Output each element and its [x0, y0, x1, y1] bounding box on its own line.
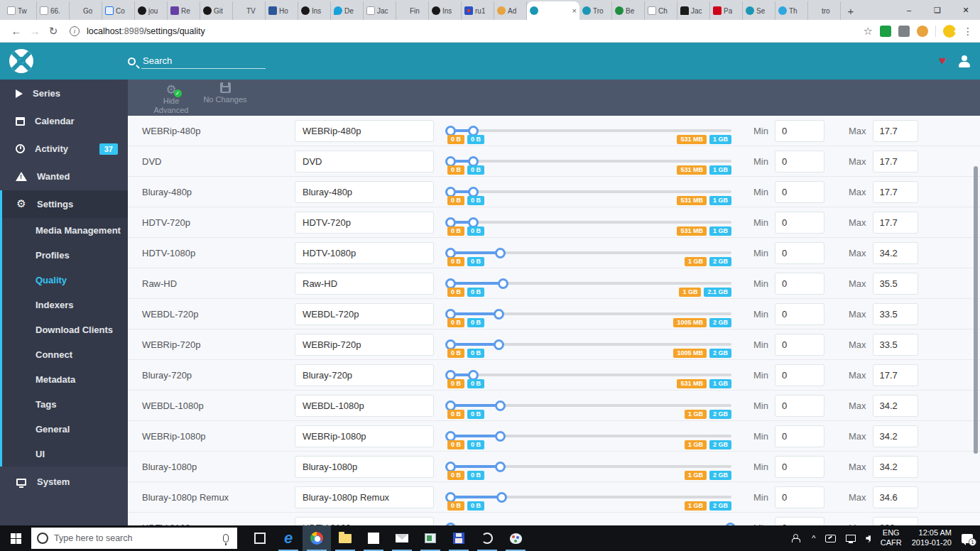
max-input[interactable] — [873, 151, 918, 173]
donate-heart-icon[interactable]: ♥ — [939, 54, 946, 68]
slider-max-handle[interactable] — [495, 400, 506, 411]
settings-subitem[interactable]: Profiles — [2, 243, 128, 268]
min-input[interactable] — [775, 303, 824, 325]
pacman-extension-icon[interactable] — [943, 25, 956, 38]
min-input[interactable] — [775, 242, 824, 264]
forward-button[interactable]: → — [26, 22, 44, 40]
settings-subitem[interactable]: Download Clients — [2, 317, 128, 342]
min-input[interactable] — [775, 334, 824, 356]
slider-max-handle[interactable] — [495, 431, 506, 442]
browser-tab[interactable]: Be — [612, 1, 645, 20]
quality-title-input[interactable] — [295, 242, 434, 264]
browser-tab[interactable]: TV — [233, 1, 266, 20]
browser-tab[interactable]: Se — [743, 1, 775, 20]
cookie-extension-icon[interactable] — [917, 26, 928, 37]
max-input[interactable] — [873, 273, 918, 295]
slider-max-handle[interactable] — [498, 278, 508, 289]
address-bar[interactable]: i localhost:8989/settings/quality — [67, 23, 727, 40]
browser-tab[interactable]: Go — [70, 1, 102, 20]
browser-tab[interactable]: Re — [168, 1, 200, 20]
extension-icon[interactable] — [898, 26, 910, 37]
quality-title-input[interactable] — [295, 181, 434, 203]
taskbar-app-button[interactable] — [331, 525, 359, 551]
language-indicator[interactable]: ENG CAFR — [881, 528, 902, 548]
max-input[interactable] — [873, 425, 918, 447]
no-changes-button[interactable]: No Changes — [203, 82, 247, 104]
slider-track[interactable] — [447, 221, 731, 224]
bookmark-star-icon[interactable]: ☆ — [864, 25, 873, 38]
slider-track[interactable] — [447, 190, 731, 193]
sidebar-item-system[interactable]: System — [0, 468, 128, 496]
settings-subitem[interactable]: Quality — [2, 268, 128, 293]
browser-tab[interactable]: Th — [775, 1, 808, 20]
hide-advanced-button[interactable]: ⚙✓ Hide Advanced — [149, 82, 193, 115]
quality-title-input[interactable] — [295, 517, 434, 526]
quality-title-input[interactable] — [295, 395, 434, 417]
max-input[interactable] — [873, 181, 918, 203]
browser-tab[interactable]: 66. — [37, 1, 70, 20]
sidebar-item[interactable]: Series — [0, 80, 128, 107]
min-input[interactable] — [775, 517, 824, 526]
taskbar-app-button[interactable] — [246, 525, 274, 551]
slider-max-handle[interactable] — [494, 339, 504, 350]
quality-title-input[interactable] — [295, 486, 434, 508]
slider-max-handle[interactable] — [494, 309, 504, 320]
max-input[interactable] — [873, 334, 918, 356]
browser-tab[interactable]: Ins — [298, 1, 331, 20]
max-input[interactable] — [873, 212, 918, 234]
browser-tab[interactable]: Jac — [364, 1, 396, 20]
browser-tab[interactable]: Jac — [677, 1, 710, 20]
taskbar-app-button[interactable] — [388, 525, 416, 551]
taskbar-search[interactable]: Type here to search — [31, 528, 237, 549]
browser-tab[interactable]: Tw — [4, 1, 37, 20]
minimize-button[interactable]: – — [895, 0, 923, 20]
taskbar-app-button[interactable]: e — [274, 525, 303, 551]
back-button[interactable]: ← — [7, 22, 26, 40]
browser-tab[interactable]: Git — [200, 1, 233, 20]
microphone-icon[interactable] — [223, 534, 229, 542]
settings-subitem[interactable]: General — [2, 417, 128, 442]
max-input[interactable] — [873, 242, 918, 264]
browser-tab[interactable]: Fin — [396, 1, 429, 20]
browser-menu-icon[interactable]: ⋮ — [963, 26, 973, 37]
sidebar-item[interactable]: Wanted — [0, 163, 128, 190]
max-input[interactable] — [873, 364, 918, 386]
refresh-button[interactable]: ↻ — [44, 22, 62, 40]
start-button[interactable] — [0, 525, 31, 551]
max-input[interactable] — [873, 517, 918, 526]
quality-title-input[interactable] — [295, 364, 434, 386]
min-input[interactable] — [775, 212, 824, 234]
slider-track[interactable] — [447, 373, 731, 376]
browser-tab[interactable]: ru1 — [462, 1, 494, 20]
quality-title-input[interactable] — [295, 303, 434, 325]
taskbar-app-button[interactable] — [473, 525, 501, 551]
browser-tab[interactable]: Ad — [494, 1, 527, 20]
browser-tab[interactable]: × — [527, 1, 579, 20]
browser-tab[interactable]: Ch — [645, 1, 677, 20]
max-input[interactable] — [873, 120, 918, 142]
tab-close-icon[interactable]: × — [572, 6, 577, 15]
tray-expand-icon[interactable]: ^ — [812, 534, 815, 542]
min-input[interactable] — [775, 486, 824, 508]
settings-subitem[interactable]: Connect — [2, 342, 128, 367]
max-input[interactable] — [873, 456, 918, 478]
user-icon[interactable] — [959, 55, 970, 67]
scrollbar[interactable] — [974, 166, 978, 454]
max-input[interactable] — [873, 303, 918, 325]
slider-max-handle[interactable] — [496, 492, 507, 503]
new-tab-button[interactable]: + — [841, 1, 861, 20]
sidebar-item[interactable]: Calendar — [0, 107, 128, 135]
sidebar-item[interactable]: Activity 37 — [0, 135, 128, 163]
max-input[interactable] — [873, 486, 918, 508]
settings-subitem[interactable]: Indexers — [2, 293, 128, 317]
search-input[interactable] — [141, 53, 266, 69]
close-button[interactable]: ✕ — [952, 0, 980, 20]
slider-max-handle[interactable] — [495, 462, 506, 472]
settings-subitem[interactable]: Metadata — [2, 367, 128, 392]
browser-tab[interactable]: Ins — [429, 1, 462, 20]
quality-title-input[interactable] — [295, 273, 434, 295]
browser-tab[interactable]: Pa — [710, 1, 743, 20]
action-center-icon[interactable]: 1 — [962, 534, 973, 543]
settings-subitem[interactable]: Media Management — [2, 218, 128, 243]
clock[interactable]: 12:05 AM 2019-01-20 — [912, 528, 952, 548]
